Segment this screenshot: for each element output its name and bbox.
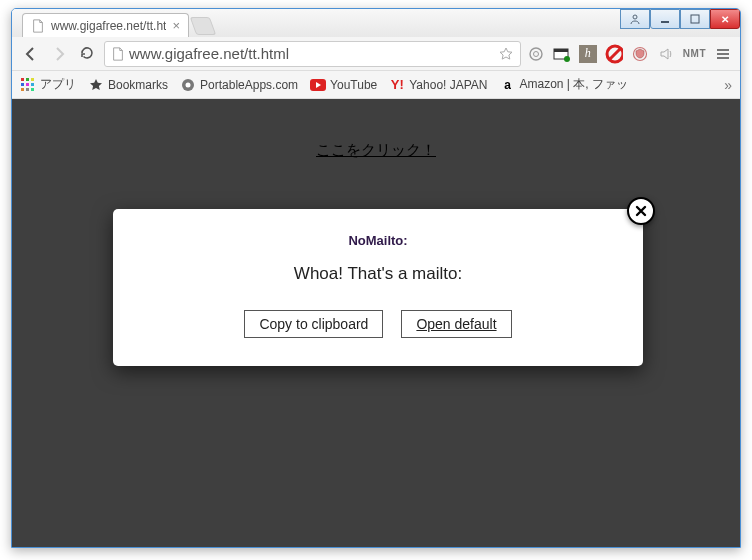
svg-rect-16: [31, 83, 34, 86]
bm-label: Amazon | 本, ファッ: [520, 76, 628, 93]
bm-amazon[interactable]: a Amazon | 本, ファッ: [500, 76, 628, 93]
svg-rect-19: [31, 88, 34, 91]
bm-label: PortableApps.com: [200, 78, 298, 92]
ext-h-icon[interactable]: h: [579, 45, 597, 63]
youtube-icon: [310, 77, 326, 93]
bm-apps[interactable]: アプリ: [20, 76, 76, 93]
star-icon[interactable]: [498, 46, 514, 62]
yahoo-icon: Y!: [389, 77, 405, 93]
apps-icon: [20, 77, 36, 93]
tab-close-icon[interactable]: ×: [172, 18, 180, 33]
window-controls: ✕: [620, 9, 740, 29]
portableapps-icon: [180, 77, 196, 93]
maximize-button[interactable]: [680, 9, 710, 29]
bm-label: YouTube: [330, 78, 377, 92]
page-icon: [31, 19, 45, 33]
svg-rect-13: [31, 78, 34, 81]
bm-label: Yahoo! JAPAN: [409, 78, 487, 92]
svg-rect-11: [21, 78, 24, 81]
svg-rect-12: [26, 78, 29, 81]
ext-shield-icon[interactable]: [631, 45, 649, 63]
ext-tab-icon[interactable]: [553, 45, 571, 63]
amazon-icon: a: [500, 77, 516, 93]
svg-rect-15: [26, 83, 29, 86]
modal-close-button[interactable]: [627, 197, 655, 225]
mailto-link[interactable]: ここをクリック！: [316, 141, 436, 160]
bm-label: アプリ: [40, 76, 76, 93]
bm-youtube[interactable]: YouTube: [310, 77, 377, 93]
nomailto-modal: NoMailto: Whoa! That's a mailto: Copy to…: [113, 209, 643, 366]
svg-rect-6: [554, 49, 568, 52]
svg-line-9: [609, 48, 621, 60]
star-icon: [88, 77, 104, 93]
copy-to-clipboard-button[interactable]: Copy to clipboard: [244, 310, 383, 338]
url-bar[interactable]: www.gigafree.net/tt.html: [104, 41, 521, 67]
bookmarks-bar: アプリ Bookmarks PortableApps.com YouTube Y…: [12, 71, 740, 99]
bm-label: Bookmarks: [108, 78, 168, 92]
bm-bookmarks[interactable]: Bookmarks: [88, 77, 168, 93]
forward-button[interactable]: [48, 43, 70, 65]
page-icon: [111, 47, 125, 61]
browser-tab[interactable]: www.gigafree.net/tt.ht ×: [22, 13, 189, 37]
ext-sound-icon[interactable]: [657, 45, 675, 63]
svg-point-0: [633, 15, 637, 19]
svg-rect-1: [661, 21, 669, 23]
bm-yahoo[interactable]: Y! Yahoo! JAPAN: [389, 77, 487, 93]
minimize-button[interactable]: [650, 9, 680, 29]
svg-point-21: [186, 82, 191, 87]
bm-portableapps[interactable]: PortableApps.com: [180, 77, 298, 93]
svg-rect-14: [21, 83, 24, 86]
extension-icons: h NMT: [527, 45, 732, 63]
modal-message: Whoa! That's a mailto:: [133, 264, 623, 284]
ext-circle-icon[interactable]: [527, 45, 545, 63]
svg-rect-17: [21, 88, 24, 91]
svg-rect-18: [26, 88, 29, 91]
user-icon[interactable]: [620, 9, 650, 29]
toolbar: www.gigafree.net/tt.html h NMT: [12, 37, 740, 71]
svg-point-3: [530, 48, 542, 60]
url-text: www.gigafree.net/tt.html: [129, 45, 494, 62]
ext-block-icon[interactable]: [605, 45, 623, 63]
svg-rect-2: [691, 15, 699, 23]
modal-title: NoMailto:: [133, 233, 623, 248]
svg-point-4: [533, 51, 538, 56]
close-window-button[interactable]: ✕: [710, 9, 740, 29]
reload-button[interactable]: [76, 43, 98, 65]
open-default-button[interactable]: Open default: [401, 310, 511, 338]
browser-window: www.gigafree.net/tt.ht × ✕: [11, 8, 741, 548]
svg-point-7: [564, 56, 570, 62]
bm-overflow-icon[interactable]: »: [724, 77, 732, 93]
modal-buttons: Copy to clipboard Open default: [133, 310, 623, 338]
page-content: ここをクリック！ NoMailto: Whoa! That's a mailto…: [12, 99, 740, 547]
menu-icon[interactable]: [714, 45, 732, 63]
titlebar: www.gigafree.net/tt.ht × ✕: [12, 9, 740, 37]
tab-title: www.gigafree.net/tt.ht: [51, 19, 166, 33]
nmt-label[interactable]: NMT: [683, 48, 706, 59]
new-tab-button[interactable]: [190, 17, 217, 35]
back-button[interactable]: [20, 43, 42, 65]
